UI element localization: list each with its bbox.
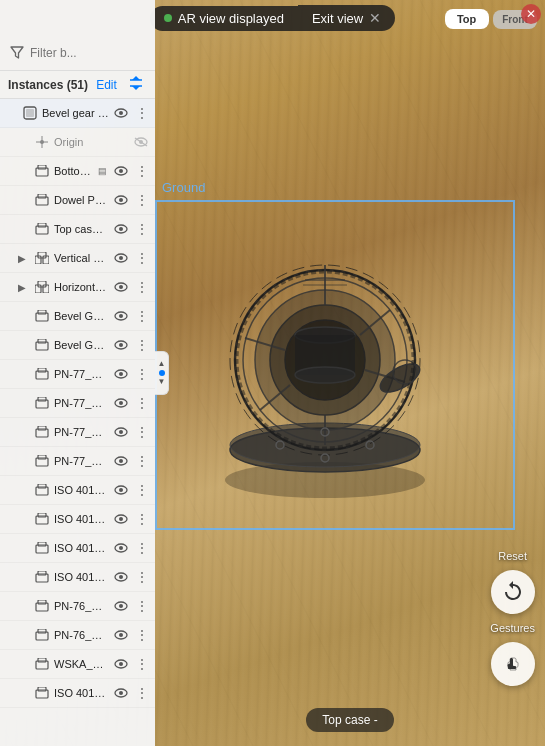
sort-icon-button[interactable] [125,75,147,94]
svg-point-58 [119,198,123,202]
more-icon-pn77-2[interactable]: ⋮ [133,393,151,413]
reset-label: Reset [498,550,527,562]
svg-rect-65 [38,252,46,258]
tree-item-topcase: Top case <1> ⋮ [0,215,155,244]
root-icon [22,105,38,121]
scroll-down-arrow[interactable]: ▼ [158,378,166,386]
filter-icon-button[interactable] [8,43,26,64]
more-icon-pn76-1[interactable]: ⋮ [133,596,151,616]
svg-point-112 [119,575,123,579]
svg-point-116 [119,604,123,608]
eye-icon-pn76-2[interactable] [111,625,131,645]
expand-arrow-horizontalgear[interactable]: ▶ [18,282,32,293]
eye-icon-iso4017-2[interactable] [111,509,131,529]
tree-item-pn76-2: PN-76_M-860... ⋮ [0,621,155,650]
more-icon-pn77-3[interactable]: ⋮ [133,422,151,442]
tree-item-iso4017-2: ISO 4017 - M8... ⋮ [0,505,155,534]
exit-view-button[interactable]: Exit view ✕ [298,5,395,31]
part-icon-bevelgear11 [34,308,50,324]
eye-icon-wskanik[interactable] [111,654,131,674]
part-icon-dowel [34,192,50,208]
more-icon-topcase[interactable]: ⋮ [133,219,151,239]
part-icon-wskanik [34,656,50,672]
ar-view-badge: AR view displayed [150,6,298,31]
sort-icon [128,75,144,91]
tree-item-pn77-3: PN-77_M-820... ⋮ [0,418,155,447]
top-view-button[interactable]: Top [445,9,489,29]
tree-item-horizontalgear[interactable]: ▶ Horizontal gea... ⋮ [0,273,155,302]
exit-view-label: Exit view [312,11,363,26]
part-icon-iso4017-3 [34,540,50,556]
more-icon-wskanik[interactable]: ⋮ [133,654,151,674]
collapse-panel-button[interactable]: ▲ ▼ [155,351,169,395]
eye-icon-pn77-2[interactable] [111,393,131,413]
item-label-verticalgear: Vertical gear a... [52,252,109,264]
ar-status-dot [164,14,172,22]
item-label-origin: Origin [52,136,129,148]
edit-button[interactable]: Edit [96,78,117,92]
eye-icon-iso4017-5[interactable] [111,683,131,703]
panel-collapse-area: ▲ ▼ [155,351,169,395]
close-top-right-button[interactable]: ✕ [521,4,541,24]
eye-icon-origin[interactable] [131,132,151,152]
eye-icon-bevelgear11[interactable] [111,306,131,326]
svg-point-67 [119,256,123,260]
more-icon-dowel[interactable]: ⋮ [133,190,151,210]
tree-item-verticalgear[interactable]: ▶ Vertical gear a... ⋮ [0,244,155,273]
scroll-up-arrow[interactable]: ▲ [158,360,166,368]
more-icon-pn77-4[interactable]: ⋮ [133,451,151,471]
svg-marker-33 [11,47,23,58]
more-icon-root[interactable]: ⋮ [133,103,151,123]
filter-input[interactable] [30,46,155,60]
more-icon-pn77-1[interactable]: ⋮ [133,364,151,384]
more-icon-iso4017-2[interactable]: ⋮ [133,509,151,529]
item-label-topcase: Top case <1> [52,223,109,235]
eye-icon-pn77-1[interactable] [111,364,131,384]
more-icon-pn76-2[interactable]: ⋮ [133,625,151,645]
part-icon-pn77-2 [34,395,50,411]
reset-button[interactable] [491,570,535,614]
svg-point-84 [119,372,123,376]
more-icon-iso4017-1[interactable]: ⋮ [133,480,151,500]
more-icon-iso4017-3[interactable]: ⋮ [133,538,151,558]
eye-icon-pn77-3[interactable] [111,422,131,442]
more-icon-bottomcase[interactable]: ⋮ [133,161,151,181]
left-panel: Instances (51) Edit Bevel gear main ass.… [0,0,155,746]
tree-item-iso4017-1: ISO 4017 - M8... ⋮ [0,476,155,505]
instances-row: Instances (51) Edit [0,71,155,99]
tree-item-bottomcase: Bottom cas... ▤ ⋮ [0,157,155,186]
eye-icon-bevelgear21[interactable] [111,335,131,355]
svg-point-54 [119,169,123,173]
more-icon-iso4017-5[interactable]: ⋮ [133,683,151,703]
more-icon-bevelgear11[interactable]: ⋮ [133,306,151,326]
more-icon-verticalgear[interactable]: ⋮ [133,248,151,268]
scroll-dot [159,370,165,376]
item-label-pn77-3: PN-77_M-820... [52,426,109,438]
svg-point-96 [119,459,123,463]
expand-arrow-verticalgear[interactable]: ▶ [18,253,32,264]
eye-icon-pn77-4[interactable] [111,451,131,471]
eye-icon-iso4017-1[interactable] [111,480,131,500]
more-icon-bevelgear21[interactable]: ⋮ [133,335,151,355]
tree-container[interactable]: Bevel gear main ass... ⋮ Origin Bottom c… [0,99,155,746]
svg-rect-122 [38,658,46,662]
item-label-bevelgear21: Bevel Gear21 <... [52,339,109,351]
eye-icon-horizontalgear[interactable] [111,277,131,297]
eye-icon-pn76-1[interactable] [111,596,131,616]
eye-icon-root[interactable] [111,103,131,123]
eye-icon-iso4017-3[interactable] [111,538,131,558]
item-label-iso4017-3: ISO 4017 - M8... [52,542,109,554]
more-icon-iso4017-4[interactable]: ⋮ [133,567,151,587]
part-icon-iso4017-2 [34,511,50,527]
eye-icon-topcase[interactable] [111,219,131,239]
tree-item-origin: Origin [0,128,155,157]
bottom-tooltip: Top case - [155,708,545,732]
gestures-button[interactable] [491,642,535,686]
eye-icon-verticalgear[interactable] [111,248,131,268]
eye-icon-dowel[interactable] [111,190,131,210]
tree-item-dowel: Dowel PN-89_... ⋮ [0,186,155,215]
eye-icon-bottomcase[interactable] [111,161,131,181]
eye-icon-iso4017-4[interactable] [111,567,131,587]
more-icon-horizontalgear[interactable]: ⋮ [133,277,151,297]
part-icon-pn76-2 [34,627,50,643]
